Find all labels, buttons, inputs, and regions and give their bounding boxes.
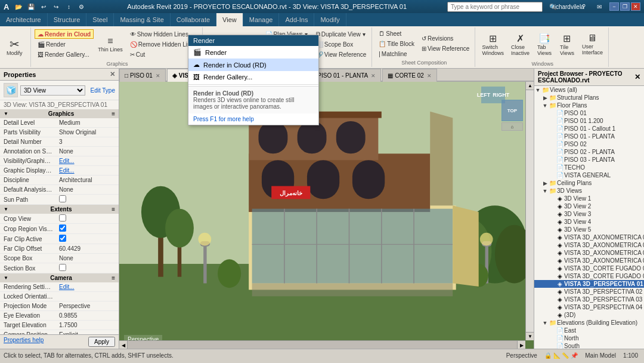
- tab-steel[interactable]: Steel: [86, 13, 114, 26]
- qa-sync[interactable]: ↕: [63, 1, 74, 12]
- tree-axono04[interactable]: ◈VISTA 3D_AXONOMETRICA 04: [534, 257, 644, 264]
- user-account[interactable]: richardvilela: [563, 1, 574, 12]
- tree-axono02[interactable]: ◈VISTA 3D_AXONOMETRICA 02: [534, 241, 644, 249]
- tree-3dview4[interactable]: ◈3D View 4: [534, 218, 644, 226]
- render-item[interactable]: 🎬 Render: [188, 46, 318, 59]
- dropdown-shortcut[interactable]: Press F1 for more help: [188, 113, 318, 125]
- graphics-section-header[interactable]: ▼ Graphics ≡: [0, 109, 119, 118]
- tab-collaborate[interactable]: Collaborate: [171, 13, 216, 26]
- close-button[interactable]: ✕: [631, 2, 640, 11]
- vertical-scrollbar[interactable]: ▲ ▼: [525, 82, 534, 340]
- title-block-button[interactable]: 📋 Title Block: [376, 39, 417, 48]
- tab-addins[interactable]: Add-Ins: [279, 13, 314, 26]
- sheet-button[interactable]: 🗒 Sheet: [376, 29, 417, 38]
- tab-piso01-close[interactable]: ✕: [156, 73, 160, 79]
- render-button[interactable]: 🎬 Render: [35, 39, 94, 49]
- crop-view-checkbox[interactable]: [59, 214, 66, 222]
- tree-vista-general[interactable]: 📄VISTA GENERAL: [534, 171, 644, 179]
- scroll-right-button[interactable]: ▶: [517, 341, 525, 349]
- help-icon[interactable]: ?: [578, 1, 589, 12]
- tree-views-all[interactable]: ▼ 📁 Views (all): [534, 86, 644, 94]
- prop-value-render-settings[interactable]: Edit...: [57, 283, 119, 291]
- tab-corte02[interactable]: ▦ CORTE 02 ✕: [382, 69, 437, 82]
- qa-open[interactable]: 📂: [13, 1, 24, 12]
- tree-floor-plans[interactable]: ▼ 📁 Floor Plans: [534, 101, 644, 109]
- tree-3dview3[interactable]: ◈3D View 3: [534, 210, 644, 218]
- tree-perspectiva01[interactable]: ◈VISTA 3D_PERSPECTIVA 01: [534, 280, 644, 288]
- scroll-left-button[interactable]: ◀: [119, 341, 128, 349]
- tree-north[interactable]: 📄North: [534, 334, 644, 342]
- render-gallery-button[interactable]: 🖼 Render Gallery...: [35, 50, 94, 59]
- tree-piso01[interactable]: 📄PISO 01: [534, 109, 644, 117]
- section-box-checkbox[interactable]: [59, 264, 66, 271]
- tab-structure[interactable]: Structure: [48, 13, 87, 26]
- qa-undo[interactable]: ↩: [38, 1, 49, 12]
- project-browser-tree[interactable]: ▼ 📁 Views (all) ▶ 📁 Structural Plans ▼ 📁…: [534, 86, 644, 349]
- feedback-icon[interactable]: ✉: [594, 1, 605, 12]
- tree-south[interactable]: 📄South: [534, 342, 644, 349]
- tree-perspectiva04[interactable]: ◈VISTA 3D_PERSPECTIVA 04: [534, 303, 644, 311]
- tree-3dview1[interactable]: ◈3D View 1: [534, 195, 644, 202]
- revisions-button[interactable]: ↺ Revisions: [419, 34, 472, 44]
- nav-home-button[interactable]: ⌂: [501, 122, 523, 131]
- extents-section-header[interactable]: ▼ Extents ≡: [0, 205, 119, 214]
- tree-3dview5[interactable]: ◈3D View 5: [534, 226, 644, 233]
- properties-close-button[interactable]: ✕: [110, 70, 115, 78]
- tree-3dview2[interactable]: ◈3D View 2: [534, 202, 644, 210]
- tree-perspectiva02[interactable]: ◈VISTA 3D_PERSPECTIVA 02: [534, 288, 644, 296]
- tree-piso01-1200[interactable]: 📄PISO 01 1.200: [534, 117, 644, 125]
- edit-type-link[interactable]: Edit Type: [90, 87, 115, 94]
- qa-redo[interactable]: ↪: [51, 1, 61, 12]
- horizontal-scrollbar[interactable]: ◀ ▶: [119, 340, 525, 349]
- far-clip-active-checkbox[interactable]: [59, 235, 66, 242]
- tree-techo[interactable]: 📄TECHO: [534, 164, 644, 171]
- 3d-viewport-canvas[interactable]: خانه‌مرال LEFT RIGHT Perspective TOP ⌂: [119, 82, 534, 349]
- prop-value-vis-graphics[interactable]: Edit...: [57, 157, 119, 165]
- prop-value-graphic-disp[interactable]: Edit...: [57, 167, 119, 174]
- render-gallery-item[interactable]: 🖼 Render Gallery...: [188, 71, 318, 83]
- tree-piso01-callout[interactable]: 📄PISO 01 - Callout 1: [534, 125, 644, 133]
- sun-path-checkbox[interactable]: [59, 195, 66, 202]
- tree-ceiling-plans[interactable]: ▶📁Ceiling Plans: [534, 179, 644, 187]
- search-input[interactable]: [447, 2, 543, 12]
- qa-save[interactable]: 💾: [26, 1, 36, 12]
- properties-help-link[interactable]: Properties help: [4, 337, 44, 347]
- tree-axono01[interactable]: ◈VISTA 3D_AXONOMETRICA 01: [534, 233, 644, 241]
- view-reference-button[interactable]: 🔗 View Reference: [313, 50, 369, 59]
- tree-corte-fugado01[interactable]: ◈VISTA 3D_CORTE FUGADO 01: [534, 264, 644, 272]
- tab-view[interactable]: View: [216, 13, 243, 26]
- user-interface-button[interactable]: 🖥 UserInterface: [579, 29, 606, 60]
- matchline-button[interactable]: | Matchline: [376, 49, 417, 59]
- nav-cube[interactable]: TOP: [501, 100, 523, 121]
- crop-region-checkbox[interactable]: [59, 224, 66, 232]
- duplicate-view-button[interactable]: ⧉ Duplicate View ▾: [313, 29, 369, 39]
- tree-east[interactable]: 📄East: [534, 327, 644, 334]
- tree-perspectiva03[interactable]: ◈VISTA 3D_PERSPECTIVA 03: [534, 296, 644, 303]
- render-in-cloud-button[interactable]: ☁ Render in Cloud: [35, 29, 94, 39]
- render-in-cloud-item[interactable]: ☁ Render in Cloud (RD): [188, 59, 318, 71]
- switch-windows-button[interactable]: ⊞ SwitchWindows: [479, 29, 507, 60]
- close-inactive-button[interactable]: ✗ CloseInactive: [508, 29, 532, 60]
- tile-views-button[interactable]: ⊞ TileViews: [556, 29, 578, 60]
- tree-piso02-planta[interactable]: 📄PISO 02 - PLANTA: [534, 148, 644, 156]
- tree-elevations[interactable]: ▼📁Elevations (Building Elevation): [534, 319, 644, 327]
- tab-views-button[interactable]: 📑 TabViews: [534, 29, 555, 60]
- restore-button[interactable]: ❐: [620, 2, 630, 11]
- minimize-button[interactable]: −: [609, 2, 619, 11]
- modify-button[interactable]: ✂ Modify: [4, 32, 26, 63]
- tree-corte-fugado02[interactable]: ◈VISTA 3D_CORTE FUGADO 02: [534, 272, 644, 280]
- tree-3d-default[interactable]: ◈(3D): [534, 311, 644, 319]
- scroll-up-button[interactable]: ▲: [526, 82, 534, 90]
- qa-settings[interactable]: ⚙: [76, 1, 86, 12]
- pb-close-button[interactable]: ✕: [634, 73, 640, 81]
- camera-section-header[interactable]: ▼ Camera ≡: [0, 273, 119, 282]
- tab-architecture[interactable]: Architecture: [0, 13, 48, 26]
- tree-piso02[interactable]: 📄PISO 02: [534, 140, 644, 148]
- tab-corte-close[interactable]: ✕: [427, 73, 432, 79]
- tree-structural-plans[interactable]: ▶ 📁 Structural Plans: [534, 94, 644, 101]
- tab-modify[interactable]: Modify: [314, 13, 346, 26]
- tab-massing[interactable]: Massing & Site: [114, 13, 170, 26]
- scope-box-button[interactable]: ⬜ Scope Box: [313, 39, 369, 49]
- tab-manage[interactable]: Manage: [243, 13, 280, 26]
- tab-planta-close[interactable]: ✕: [371, 73, 376, 79]
